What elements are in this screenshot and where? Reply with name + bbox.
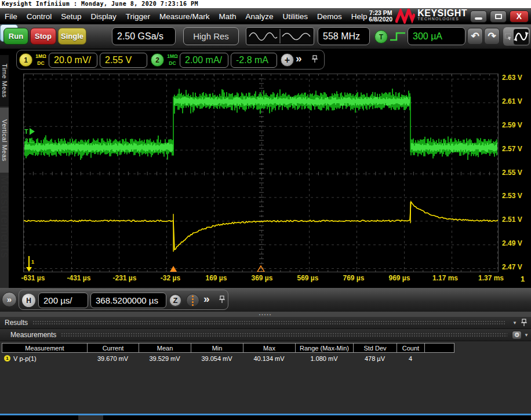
y-tick-label: 2.61 V	[502, 97, 522, 107]
measurements-header[interactable]: Measurements ⚙ ▼	[0, 329, 531, 341]
x-tick-label: 969 µs	[379, 274, 420, 282]
column-header[interactable]: Std Dev	[354, 344, 397, 352]
pin-icon[interactable]	[219, 295, 226, 304]
timebase-field[interactable]: 200 µs/	[38, 293, 88, 308]
pin-icon[interactable]	[521, 319, 528, 327]
panel-splitter[interactable]: .....	[0, 312, 531, 317]
channel-1-badge: 1	[4, 355, 10, 361]
channel-2-offset-field[interactable]: -2.8 mA	[231, 53, 277, 68]
column-header[interactable]: Mean	[139, 344, 191, 352]
close-button[interactable]: X	[510, 10, 529, 23]
add-channel-button[interactable]: +	[281, 53, 294, 67]
table-row[interactable]: 1V p-p(1)39.670 mV39.529 mV39.054 mV40.1…	[2, 353, 454, 364]
menu-trigger[interactable]: Trigger	[121, 12, 155, 21]
wave-arrows-icon	[514, 30, 529, 43]
channel-1-offset-field[interactable]: 2.55 V	[100, 53, 147, 68]
horizontal-bar: » H 200 µs/ 368.5200000 µs Z »	[0, 288, 531, 312]
results-header[interactable]: Results ▼	[0, 317, 531, 329]
menu-utilities[interactable]: Utilities	[278, 12, 312, 21]
menu-bar: FileControlSetupDisplayTriggerMeasure/Ma…	[0, 8, 531, 24]
measurement-value-cell: 478 µV	[353, 355, 397, 362]
pin-icon[interactable]	[311, 55, 318, 64]
menu-items: FileControlSetupDisplayTriggerMeasure/Ma…	[0, 12, 372, 21]
trigger-level-field[interactable]: 300 µA	[408, 27, 465, 45]
dotted-leader	[61, 333, 507, 338]
y-tick-label: 2.63 V	[502, 74, 522, 83]
window-title: Keysight Infiniium : Monday, June 8, 202…	[0, 0, 531, 8]
column-header[interactable]: Range (Max-Min)	[296, 344, 354, 352]
menu-control[interactable]: Control	[22, 12, 57, 21]
sample-rate-field[interactable]: 2.50 GSa/s	[112, 27, 176, 45]
x-tick-label: -631 µs	[13, 274, 53, 282]
region-zoom-icon[interactable]	[504, 30, 512, 43]
channel-1-scale-field[interactable]: 20.0 mV/	[49, 53, 97, 68]
minimize-button[interactable]	[470, 10, 487, 23]
maximize-button[interactable]	[490, 10, 507, 23]
waveform-preview-icon[interactable]	[246, 27, 314, 45]
markers-button[interactable]	[186, 294, 199, 307]
expand-chevron-icon[interactable]: »	[203, 293, 210, 305]
waveform-plot[interactable]: T21	[23, 74, 499, 272]
y-tick-label: 2.59 V	[502, 121, 522, 130]
y-tick-label: 2.49 V	[502, 239, 522, 249]
channel-2-ground-marker[interactable]: 2	[25, 138, 28, 144]
menu-math[interactable]: Math	[214, 12, 241, 21]
toolbar: Run Stop Single ↷ 2.50 GSa/s High Res 55…	[0, 24, 531, 49]
y-tick-label: 2.51 V	[502, 216, 522, 225]
tab-time-meas[interactable]: Time Meas	[0, 55, 9, 107]
horizontal-position-field[interactable]: 368.5200000 µs	[90, 293, 166, 308]
zoom-tools-group	[503, 27, 530, 46]
maximize-icon	[495, 14, 502, 19]
column-header[interactable]: Count	[397, 344, 425, 352]
run-button[interactable]: Run	[3, 28, 28, 45]
channel-2-badge[interactable]: 2	[151, 53, 164, 67]
expand-chevron-icon[interactable]: »	[296, 52, 302, 65]
measurements-title: Measurements	[10, 331, 56, 339]
menu-setup[interactable]: Setup	[56, 12, 86, 21]
column-header[interactable]: Current	[88, 344, 139, 352]
trigger-source-button[interactable]: T	[374, 30, 388, 43]
x-tick-label: -431 µs	[59, 274, 99, 282]
channel-1-coupling[interactable]: 1MΩ DC	[34, 53, 48, 67]
rising-edge-icon[interactable]	[389, 30, 406, 43]
single-button[interactable]: Single	[58, 28, 86, 45]
channel-2-coupling[interactable]: 1MΩ DC	[165, 53, 180, 67]
svg-text:1: 1	[31, 259, 34, 265]
menu-measure-mark[interactable]: Measure/Mark	[155, 12, 214, 21]
undo-button[interactable]: ↶	[467, 28, 483, 45]
channel-group: 1 1MΩ DC 20.0 mV/ 2.55 V 2 1MΩ DC 2.00 m…	[16, 50, 325, 70]
expand-panel-button[interactable]: »	[2, 292, 17, 307]
menu-display[interactable]: Display	[86, 12, 121, 21]
column-header[interactable]: Max	[243, 344, 296, 352]
trigger-level-marker[interactable]: T	[24, 128, 28, 135]
column-header[interactable]: Min	[191, 344, 243, 352]
menu-demos[interactable]: Demos	[312, 12, 347, 21]
menu-right-cluster: 7:23 PM 6/8/2020 KEYSIGHT TECHNOLOGIES X	[369, 8, 529, 24]
column-header[interactable]: Measurement	[2, 344, 88, 352]
horizontal-fit-button[interactable]	[514, 29, 529, 45]
menu-help[interactable]: Help	[347, 12, 372, 21]
collapse-triangle-icon[interactable]: ▼	[512, 320, 517, 326]
menu-analyze[interactable]: Analyze	[241, 12, 278, 21]
x-tick-label: 369 µs	[242, 274, 282, 282]
channel-1-badge[interactable]: 1	[19, 53, 32, 67]
taskbar-button[interactable]	[78, 415, 103, 420]
x-tick-label: 569 µs	[288, 274, 328, 282]
measurement-value-cell: 39.529 mV	[139, 355, 191, 362]
redo-button[interactable]: ↷	[484, 28, 500, 45]
tab-vertical-meas[interactable]: Vertical Meas	[0, 108, 9, 173]
stop-button[interactable]: Stop	[30, 28, 56, 45]
minimize-icon	[475, 17, 482, 20]
channel-2-scale-field[interactable]: 2.00 mA/	[180, 53, 228, 68]
x-tick-label: 1.17 ms	[425, 274, 465, 282]
horizontal-badge[interactable]: H	[22, 294, 35, 307]
gear-icon[interactable]: ⚙	[512, 331, 522, 339]
menu-file[interactable]: File	[0, 12, 22, 21]
collapse-triangle-icon[interactable]: ▼	[524, 333, 529, 338]
y-tick-label: 2.53 V	[502, 192, 522, 201]
bandwidth-field[interactable]: 558 MHz	[318, 27, 370, 45]
column-header-empty	[425, 344, 454, 352]
undo-icon: ↶	[471, 30, 479, 42]
acquisition-mode-button[interactable]: High Res	[183, 27, 239, 45]
zoom-button[interactable]: Z	[169, 294, 182, 307]
